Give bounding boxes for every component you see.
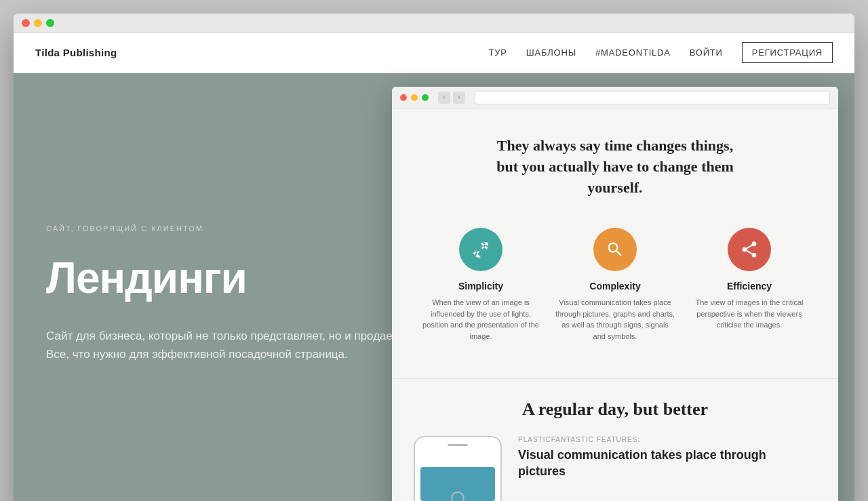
- feature-simplicity: Simplicity When the view of an image is …: [420, 228, 541, 342]
- phone-home-button: [451, 492, 465, 501]
- browser-window: Tilda Publishing ТУР ШАБЛОНЫ #MADEONTILD…: [14, 14, 854, 501]
- simplicity-title: Simplicity: [458, 281, 503, 292]
- section2-content: PLASTICFANTASTIC features: Visual commun…: [414, 436, 816, 501]
- features-row: Simplicity When the view of an image is …: [414, 228, 816, 342]
- nav-templates[interactable]: ШАБЛОНЫ: [526, 47, 576, 58]
- section2-heading: A regular day, but better: [414, 399, 816, 420]
- efficiency-desc: The view of images in the critical persp…: [689, 297, 810, 331]
- navbar: Tilda Publishing ТУР ШАБЛОНЫ #MADEONTILD…: [14, 33, 854, 73]
- feature-efficiency: Efficiency The view of images in the cri…: [689, 228, 810, 342]
- phone-mockup: [414, 436, 502, 501]
- quote-text: They always say time changes things,but …: [414, 136, 816, 198]
- phone-speaker: [448, 444, 468, 446]
- hero-description: Сайт для бизнеса, который не только пред…: [46, 327, 401, 363]
- left-panel: САЙТ, ГОВОРЯЩИЙ С КЛИЕНТОМ Лендинги Сайт…: [14, 73, 434, 501]
- back-button[interactable]: ‹: [438, 92, 450, 104]
- complexity-icon-circle: [593, 228, 637, 271]
- simplicity-desc: When the view of an image is influenced …: [420, 297, 541, 342]
- site-logo: Tilda Publishing: [35, 47, 117, 58]
- feature-complexity: Complexity Visual communication takes pl…: [555, 228, 675, 342]
- inner-min: [411, 94, 418, 101]
- shuffle-icon: [471, 240, 490, 259]
- nav-register[interactable]: РЕГИСТРАЦИЯ: [742, 42, 833, 63]
- complexity-desc: Visual communication takes place through…: [555, 297, 675, 342]
- inner-browser-bar: ‹ ›: [392, 87, 838, 108]
- nav-madeontilda[interactable]: #MADEONTILDA: [595, 47, 671, 58]
- share-icon: [740, 240, 759, 259]
- section2-text: PLASTICFANTASTIC features: Visual commun…: [518, 436, 816, 479]
- right-panel: ‹ › They always say time changes things,…: [392, 87, 854, 501]
- address-bar[interactable]: [475, 91, 830, 104]
- nav-links: ТУР ШАБЛОНЫ #MADEONTILDA ВОЙТИ РЕГИСТРАЦ…: [488, 42, 833, 63]
- inner-browser: ‹ › They always say time changes things,…: [392, 87, 838, 501]
- efficiency-title: Efficiency: [727, 281, 772, 292]
- browser-nav-buttons: ‹ ›: [438, 92, 465, 104]
- traffic-lights: [22, 19, 54, 27]
- close-dot[interactable]: [22, 19, 30, 27]
- efficiency-icon-circle: [728, 228, 771, 271]
- simplicity-icon-circle: [459, 228, 502, 271]
- inner-close: [400, 94, 407, 101]
- section2-title: Visual communication takes place through…: [518, 447, 816, 479]
- browser-content: They always say time changes things,but …: [392, 108, 838, 378]
- hero-heading: Лендинги: [46, 254, 401, 302]
- inner-max: [422, 94, 429, 101]
- main-area: САЙТ, ГОВОРЯЩИЙ С КЛИЕНТОМ Лендинги Сайт…: [14, 73, 854, 501]
- hero-subtitle: САЙТ, ГОВОРЯЩИЙ С КЛИЕНТОМ: [46, 224, 401, 233]
- maximize-dot[interactable]: [46, 19, 54, 27]
- section2-label: PLASTICFANTASTIC features:: [518, 436, 816, 443]
- complexity-title: Complexity: [589, 281, 640, 292]
- search-icon: [606, 240, 625, 259]
- nav-tour[interactable]: ТУР: [488, 47, 507, 58]
- forward-button[interactable]: ›: [453, 92, 465, 104]
- browser-section2: A regular day, but better PLASTICFANTAST…: [392, 378, 838, 501]
- title-bar: [14, 14, 854, 33]
- nav-login[interactable]: ВОЙТИ: [690, 47, 723, 58]
- minimize-dot[interactable]: [34, 19, 42, 27]
